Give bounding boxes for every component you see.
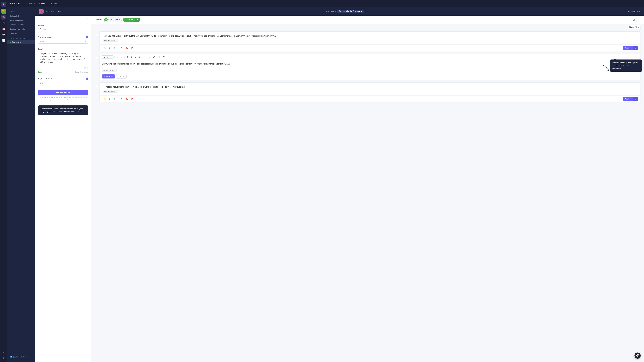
sidebar-item-rejected[interactable]: Rejected (7, 31, 35, 35)
card-1-meta: Content: 198 char (103, 39, 118, 42)
sidebar-item-require-approval[interactable]: Require Approval (7, 22, 35, 27)
card-3-schedule-icon[interactable]: 📅 (130, 97, 134, 101)
expert-voice-label: Ali's Expert Voice i (38, 36, 88, 38)
editor-save-bar: Save Edits Cancel (100, 73, 640, 80)
nav-content[interactable]: Content (39, 2, 46, 5)
svg-point-1 (41, 10, 42, 11)
card-3-bookmark-icon[interactable]: 🔖 (125, 97, 129, 101)
bottom-tooltip: Keep your social media content calendar … (38, 105, 88, 115)
nav-icon-help[interactable]: ? (1, 350, 6, 355)
status-filter-label: Status: All (629, 26, 636, 28)
globe-icon: 🌍 (10, 356, 12, 358)
card-1-copy-icon[interactable]: ⧉ (112, 46, 117, 50)
card-3-content: It's not just about writing great copy, … (100, 82, 641, 103)
generate-more-btn[interactable]: Generate More (38, 90, 88, 95)
left-panel: ≪ Language English French Spanish Ali's … (35, 16, 91, 362)
card-1-delete-icon[interactable]: 🗑 (108, 46, 112, 50)
expert-voice-select[interactable]: None Professional Casual (38, 39, 88, 43)
nav-promote[interactable]: Promote (50, 2, 58, 5)
format-select[interactable]: Normal Heading 1 Heading 2 (102, 55, 114, 58)
panel-header: ≪ (35, 16, 91, 22)
toolbar-align-center[interactable]: ≡ (120, 55, 124, 59)
card-3-checkbox[interactable] (96, 85, 98, 87)
save-edits-btn[interactable]: Save Edits (102, 74, 115, 78)
content-layout: ≪ Language English French Spanish Ali's … (35, 16, 644, 362)
keywords-input[interactable] (38, 81, 88, 85)
toolbar-align-left[interactable]: ≡ (116, 55, 119, 59)
keywords-info-icon: i (86, 77, 88, 80)
sidebar-item-past-scheduled[interactable]: Past Scheduled (7, 18, 35, 22)
nav-icon-chat[interactable]: 💬 (1, 32, 6, 37)
nav-icon-edit[interactable]: ✏️ (1, 14, 6, 19)
card-2-check-col (94, 54, 98, 59)
content-card-1: Have you had a chance to try out the new… (100, 31, 641, 52)
card-1-flag-icon[interactable]: ⚑ (120, 46, 124, 50)
toolbar-ordered-list[interactable]: ≔ (144, 55, 148, 59)
toolbar-text-color[interactable]: A (158, 55, 162, 59)
card-3-flag-icon[interactable]: ⚑ (120, 97, 124, 101)
nav-icon-dashboard[interactable]: 🏆 (1, 9, 6, 14)
sidebar-item-expired-approvals[interactable]: Expired Approvals (7, 27, 35, 31)
nav-icon-grid[interactable]: ⊞ (1, 20, 6, 25)
card-1-publish-dropdown[interactable]: ▼ (633, 46, 638, 50)
sidebar-item-drafts[interactable]: Drafts (7, 9, 35, 14)
select-all-label[interactable]: Select all (94, 19, 102, 21)
content-card-2: Normal Heading 1 Heading 2 ≡ ≡ B I (100, 54, 641, 80)
toolbar-superscript[interactable]: x² (152, 55, 156, 59)
card-3-publish-btn[interactable]: Publish (622, 97, 633, 101)
nav-icon-analytics[interactable]: 📈 (1, 38, 6, 43)
toolbar-sep-4 (157, 56, 157, 58)
status-approved-btn[interactable]: Approved (124, 18, 135, 22)
card-3-edit-icon[interactable]: ✏️ (102, 97, 107, 101)
toolbar-italic[interactable]: I (130, 55, 133, 59)
toolbar-strikethrough[interactable]: S (138, 55, 142, 59)
status-filter-chevron: ▼ (638, 26, 639, 28)
chat-button[interactable]: 💬 (634, 353, 641, 359)
user-name: Walker Allen (108, 19, 118, 21)
status-filter-select[interactable]: Status: All ▼ (628, 25, 641, 29)
card-1-schedule-icon[interactable]: 📅 (130, 46, 134, 50)
user-avatar: W (104, 18, 108, 21)
card-1-edit-icon[interactable]: ✏️ (102, 46, 107, 50)
toolbar-highlight[interactable]: T (162, 55, 166, 59)
card-2-editor-content[interactable]: Copywriting platform eliminates the time… (100, 60, 640, 68)
toolbar-unordered-list[interactable]: ≡ (148, 55, 152, 59)
source-item-copysmith[interactable]: Copysmith (7, 40, 35, 44)
nav-icon-user[interactable]: 👤 (1, 355, 6, 360)
language-section: Language English French Spanish (35, 22, 91, 34)
toolbar-bold[interactable]: B (126, 55, 129, 59)
card-1-publish-btn[interactable]: Publish (622, 46, 633, 50)
main-wrapper: ← ← Save and Exit Hootsuite / Social Med… (35, 7, 644, 362)
nav-icon-calendar[interactable]: 📅 (1, 26, 6, 31)
status-filter-bar: Status: All ▼ (91, 24, 644, 30)
card-3-publish-dropdown[interactable]: ▼ (633, 97, 638, 101)
language-select[interactable]: English French Spanish (38, 27, 88, 31)
card-1-text: Have you had a chance to try out the new… (103, 34, 637, 37)
card-3-copy-icon[interactable]: ⧉ (112, 97, 117, 101)
content-card-3: It's not just about writing great copy, … (100, 82, 641, 103)
card-2-meta: Content: 146 char (102, 69, 116, 72)
nav-divider (25, 2, 25, 5)
topic-textarea[interactable]: Copysmith is the industry-leading AI-pow… (38, 51, 88, 66)
card-1-bookmark-icon[interactable]: 🔖 (125, 46, 129, 50)
save-exit-btn[interactable]: ← ← Save and Exit (46, 10, 61, 12)
card-1-checkbox[interactable] (96, 34, 98, 36)
card-3-delete-icon[interactable]: 🗑 (108, 97, 112, 101)
quality-label-row: Great Great description! (38, 71, 88, 73)
status-approved-dropdown[interactable]: ▼ (135, 18, 140, 22)
cancel-edit-btn[interactable]: Cancel (116, 74, 126, 79)
generate-hint: All content is saved by default, so if t… (38, 96, 88, 101)
grid-view-icon[interactable]: ⊞ (632, 17, 635, 22)
collapse-btn[interactable]: ≪ (86, 17, 89, 20)
user-badge[interactable]: W Walker Allen ▼ (104, 17, 122, 22)
nav-planner[interactable]: Planner (28, 2, 36, 5)
quality-bar (38, 70, 88, 70)
toolbar-underline[interactable]: U (134, 55, 138, 59)
card-row-1: Have you had a chance to try out the new… (94, 31, 641, 52)
more-options-icon[interactable]: ⋯ (637, 17, 641, 22)
card-2-checkbox[interactable] (96, 57, 98, 59)
sidebar-item-scheduled[interactable]: Scheduled (7, 14, 35, 18)
top-nav: Publisher Planner Content Promote (7, 0, 644, 7)
card-1-body: Have you had a chance to try out the new… (100, 31, 640, 44)
card-1-content: Have you had a chance to try out the new… (100, 31, 641, 52)
